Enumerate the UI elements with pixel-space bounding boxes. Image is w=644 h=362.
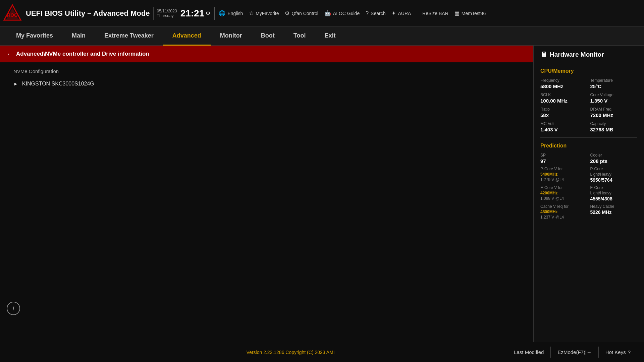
p-core-freq-value: 5400MHz xyxy=(540,172,588,177)
nav-boot[interactable]: Boot xyxy=(252,27,284,46)
core-voltage-value: 1.350 V xyxy=(590,98,638,104)
stat-capacity: Capacity 32768 MB xyxy=(590,121,638,132)
sp-value: 97 xyxy=(540,158,588,164)
nav-tool[interactable]: Tool xyxy=(284,27,315,46)
cache-freq-label: Cache V req for xyxy=(540,204,588,209)
toolbar-english[interactable]: 🌐 English xyxy=(219,10,243,16)
date-text: 05/11/2023 xyxy=(157,9,177,13)
toolbar-memtest[interactable]: ▦ MemTest86 xyxy=(454,10,486,16)
toolbar-separator xyxy=(214,7,215,20)
info-icon: i xyxy=(13,305,14,312)
toolbar-myfavorite[interactable]: ☆ MyFavorite xyxy=(249,10,279,16)
cpu-memory-stats: Frequency 5800 MHz Temperature 25°C BCLK… xyxy=(540,78,637,132)
toolbar-qfan[interactable]: ⚙ Qfan Control xyxy=(285,10,318,16)
expand-arrow-icon: ► xyxy=(13,81,18,86)
mc-volt-label: MC Volt. xyxy=(540,121,588,126)
e-core-freq-value: 4200MHz xyxy=(540,191,588,195)
nav-main[interactable]: Main xyxy=(62,27,95,46)
toolbar-resizebar-label: ReSize BAR xyxy=(422,11,448,16)
nav-monitor[interactable]: Monitor xyxy=(211,27,252,46)
p-core-lh-sub: Light/Heavy xyxy=(590,172,638,177)
temperature-value: 25°C xyxy=(590,83,638,89)
toolbar-aura[interactable]: ✦ AURA xyxy=(391,10,411,16)
p-core-lh-label: P-Core xyxy=(590,167,638,171)
dram-freq-value: 7200 MHz xyxy=(590,112,638,118)
cache-heavy-value: 5226 MHz xyxy=(590,209,638,215)
dram-freq-label: DRAM Freq. xyxy=(590,107,638,112)
last-modified-label: Last Modified xyxy=(514,349,544,355)
settings-icon[interactable]: ⚙ xyxy=(206,10,210,16)
prediction-sp-cooler: SP 97 Cooler 208 pts xyxy=(540,153,637,164)
info-button[interactable]: i xyxy=(7,302,20,315)
frequency-label: Frequency xyxy=(540,78,588,83)
resize-icon: □ xyxy=(417,10,420,16)
item-label: KINGSTON SKC3000S1024G xyxy=(22,81,94,87)
main-layout: ← Advanced\NVMe controller and Drive inf… xyxy=(0,46,644,342)
ratio-value: 58x xyxy=(540,112,588,118)
cooler-value: 208 pts xyxy=(590,158,638,164)
p-core-freq-label: P-Core V for xyxy=(540,167,588,171)
e-core-lh-cell: E-Core Light/Heavy 4555/4308 xyxy=(590,185,638,201)
bclk-label: BCLK xyxy=(540,93,588,97)
bios-title: UEFI BIOS Utility – Advanced Mode xyxy=(26,9,150,18)
nav-extreme-tweaker[interactable]: Extreme Tweaker xyxy=(95,27,163,46)
nav-advanced[interactable]: Advanced xyxy=(163,27,211,46)
globe-icon: 🌐 xyxy=(219,10,225,16)
capacity-value: 32768 MB xyxy=(590,127,638,132)
star-icon: ☆ xyxy=(249,10,254,16)
time-display: 21:21 xyxy=(180,9,205,18)
temperature-label: Temperature xyxy=(590,78,638,83)
ezmode-button[interactable]: EzMode(F7)|→ xyxy=(551,347,598,358)
bottom-bar: Version 2.22.1286 Copyright (C) 2023 AMI… xyxy=(0,342,644,362)
list-item[interactable]: ► KINGSTON SKC3000S1024G xyxy=(0,77,533,91)
ai-icon: 🤖 xyxy=(324,10,331,16)
e-core-prediction: E-Core V for 4200MHz 1.098 V @L4 E-Core … xyxy=(540,185,637,201)
toolbar-memtest-label: MemTest86 xyxy=(462,11,486,16)
search-question-icon: ? xyxy=(366,10,369,16)
nav-menu: My Favorites Main Extreme Tweaker Advanc… xyxy=(0,27,644,46)
back-icon[interactable]: ← xyxy=(7,51,13,58)
monitor-icon: 🖥 xyxy=(540,51,547,58)
bottom-right: Last Modified EzMode(F7)|→ Hot Keys ? xyxy=(507,347,637,358)
nav-exit[interactable]: Exit xyxy=(315,27,345,46)
hot-keys-label: Hot Keys xyxy=(605,349,626,355)
datetime-block: 05/11/2023 Thursday xyxy=(157,9,177,18)
stat-dram-freq: DRAM Freq. 7200 MHz xyxy=(590,107,638,118)
memtest-icon: ▦ xyxy=(454,10,460,16)
hot-keys-button[interactable]: Hot Keys ? xyxy=(599,347,637,358)
hot-keys-icon: ? xyxy=(628,349,631,355)
monitor-divider xyxy=(540,137,637,138)
last-modified-button[interactable]: Last Modified xyxy=(507,347,551,358)
e-core-freq-cell: E-Core V for 4200MHz 1.098 V @L4 xyxy=(540,185,588,201)
toolbar-aioc[interactable]: 🤖 AI OC Guide xyxy=(324,10,360,16)
aura-icon: ✦ xyxy=(391,10,396,16)
cache-voltage-label: 1.237 V @L4 xyxy=(540,215,588,220)
toolbar-qfan-label: Qfan Control xyxy=(291,11,318,16)
capacity-label: Capacity xyxy=(590,121,638,126)
ezmode-label: EzMode(F7)|→ xyxy=(557,349,591,355)
day-text: Thursday xyxy=(157,13,174,18)
sp-label: SP xyxy=(540,153,588,158)
stat-core-voltage: Core Voltage 1.350 V xyxy=(590,93,638,104)
cooler-label: Cooler xyxy=(590,153,638,158)
version-text: Version 2.22.1286 Copyright (C) 2023 AMI xyxy=(74,350,507,355)
stat-temperature: Temperature 25°C xyxy=(590,78,638,89)
stat-ratio: Ratio 58x xyxy=(540,107,588,118)
prediction-section-title: Prediction xyxy=(540,143,637,149)
toolbar-search[interactable]: ? Search xyxy=(366,10,385,16)
cache-heavy-label: Heavy Cache xyxy=(590,204,638,209)
fan-icon: ⚙ xyxy=(285,10,289,16)
p-core-voltage-label: 1.279 V @L4 xyxy=(540,177,588,182)
toolbar-items: 🌐 English ☆ MyFavorite ⚙ Qfan Control 🤖 … xyxy=(219,10,486,16)
hardware-monitor-panel: 🖥 Hardware Monitor CPU/Memory Frequency … xyxy=(533,46,644,342)
toolbar-resizebar[interactable]: □ ReSize BAR xyxy=(417,10,448,16)
svg-text:ROG: ROG xyxy=(7,12,18,18)
cache-freq-cell: Cache V req for 4800MHz 1.237 V @L4 xyxy=(540,204,588,220)
cache-heavy-cell: Heavy Cache 5226 MHz xyxy=(590,204,638,220)
toolbar-aura-label: AURA xyxy=(398,11,411,16)
mc-volt-value: 1.403 V xyxy=(540,127,588,132)
p-core-freq-cell: P-Core V for 5400MHz 1.279 V @L4 xyxy=(540,167,588,183)
nav-my-favorites[interactable]: My Favorites xyxy=(7,27,62,46)
breadcrumb-path: Advanced\NVMe controller and Drive infor… xyxy=(16,51,149,57)
stat-frequency: Frequency 5800 MHz xyxy=(540,78,588,89)
